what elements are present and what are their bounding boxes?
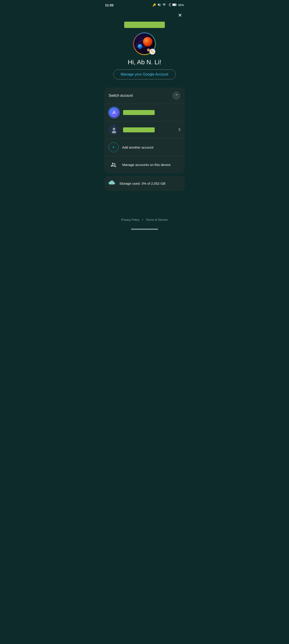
cloud-icon <box>109 180 116 187</box>
account-item-2[interactable]: 3 <box>104 121 185 138</box>
status-icons: 🔑 96% <box>152 3 184 7</box>
switch-account-title: Switch account <box>109 94 133 98</box>
privacy-policy-link[interactable]: Privacy Policy <box>121 218 140 222</box>
bottom-bar-indicator <box>131 229 158 230</box>
add-account-item[interactable]: + Add another account <box>104 139 185 156</box>
key-icon: 🔑 <box>152 4 156 7</box>
mute-icon <box>157 3 161 7</box>
battery-percentage: 96% <box>178 4 184 7</box>
add-account-icon-container: + <box>109 142 119 152</box>
manage-accounts-item[interactable]: Manage accounts on this device <box>104 156 185 173</box>
manage-accounts-icon <box>110 162 117 168</box>
account-name-bar-2 <box>123 128 155 132</box>
spacer <box>101 191 188 209</box>
account-item-1[interactable]: A <box>104 104 185 121</box>
manage-accounts-icon-container <box>109 160 119 170</box>
avatar-container: ✏️ <box>133 32 156 55</box>
close-area: ✕ <box>101 9 188 22</box>
footer: Privacy Policy • Terms of Service <box>101 209 188 226</box>
switch-account-header: Switch account ⌃ <box>104 88 185 104</box>
add-account-label: Add another account <box>122 146 153 149</box>
avatar-edit-button[interactable]: ✏️ <box>149 49 155 54</box>
planet-earth <box>138 44 142 49</box>
account-name-bar-1 <box>123 110 155 115</box>
bottom-bar <box>101 226 188 234</box>
footer-separator: • <box>142 218 143 222</box>
edit-icon: ✏️ <box>151 50 154 54</box>
header-green-bar <box>124 22 165 28</box>
storage-card[interactable]: Storage used: 3% of 2,052 GB <box>104 176 185 191</box>
account-photo-inner <box>109 124 119 135</box>
svg-rect-1 <box>173 4 176 6</box>
account-badge: 3 <box>178 128 180 132</box>
header-section: ✏️ Hi, Ab N. Li! Manage your Google Acco… <box>101 22 188 84</box>
collapse-button[interactable]: ⌃ <box>172 92 180 100</box>
manage-google-account-button[interactable]: Manage your Google Account <box>113 70 176 79</box>
wifi-icon <box>162 3 166 7</box>
account-avatar-photo <box>109 124 119 135</box>
plus-icon: + <box>112 144 115 150</box>
chevron-up-icon: ⌃ <box>175 94 178 98</box>
greeting-text: Hi, Ab N. Li! <box>128 59 161 66</box>
battery-icon <box>172 3 177 7</box>
switch-account-card: Switch account ⌃ A 3 + Add another accou <box>104 88 185 173</box>
status-bar: 11:02 🔑 96% <box>101 0 188 9</box>
signal-icon <box>167 3 171 7</box>
svg-point-3 <box>113 128 115 130</box>
account-avatar-a: A <box>109 107 119 118</box>
planet-main <box>143 37 152 46</box>
close-button[interactable]: ✕ <box>176 11 184 20</box>
terms-of-service-link[interactable]: Terms of Service <box>146 218 168 222</box>
manage-accounts-label: Manage accounts on this device <box>122 163 170 167</box>
svg-rect-2 <box>176 4 177 5</box>
svg-point-4 <box>112 131 116 134</box>
status-time: 11:02 <box>105 3 114 7</box>
storage-text: Storage used: 3% of 2,052 GB <box>119 182 165 185</box>
